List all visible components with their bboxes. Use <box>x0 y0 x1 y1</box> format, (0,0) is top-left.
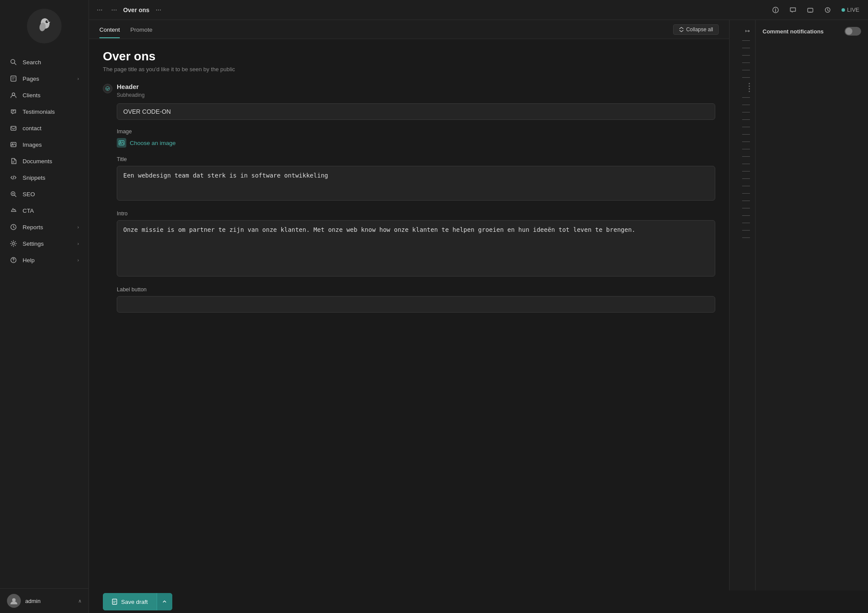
snippets-icon <box>10 174 17 181</box>
dash-line <box>742 105 750 105</box>
logo-bird-icon <box>32 14 56 38</box>
image-field-label: Image <box>117 129 715 135</box>
sidebar-item-contact[interactable]: contact <box>3 120 86 136</box>
topbar: ··· ··· Over ons ··· <box>89 0 868 20</box>
footer-username: admin <box>25 598 74 604</box>
live-label: LIVE <box>847 7 859 13</box>
save-caret-button[interactable] <box>157 593 172 610</box>
comment-notifications-title: Comment notifications <box>763 28 824 35</box>
editor-panel: Content Promote Collapse all Over ons T <box>89 20 729 613</box>
dash-line <box>742 237 750 238</box>
caret-up-icon <box>162 600 167 604</box>
sidebar-item-help[interactable]: Help › <box>3 252 86 268</box>
topbar-page-title: Over ons <box>123 7 150 13</box>
dash-line <box>742 112 750 112</box>
label-button-field-label: Label button <box>117 287 715 293</box>
choose-image-button[interactable]: Choose an image <box>117 138 715 148</box>
topbar-right: LIVE <box>769 3 863 17</box>
section-toggle[interactable] <box>103 84 112 93</box>
topbar-info-button[interactable] <box>769 3 783 17</box>
topbar-back-button[interactable]: ··· <box>94 4 105 16</box>
dash-line <box>742 119 750 120</box>
sidebar-item-label-seo: SEO <box>23 191 79 198</box>
topbar-comment-button[interactable] <box>786 3 800 17</box>
sidebar-item-pages[interactable]: Pages › <box>3 70 86 87</box>
title-input[interactable] <box>117 166 715 201</box>
sidebar-item-reports[interactable]: Reports › <box>3 219 86 235</box>
sidebar-item-seo[interactable]: SEO <box>3 186 86 202</box>
svg-rect-18 <box>808 8 813 12</box>
section-sub-label: Subheading <box>117 92 715 98</box>
comment-header: Comment notifications <box>763 27 861 36</box>
handle-bar[interactable] <box>749 81 750 94</box>
sidebar-item-search[interactable]: Search <box>3 54 86 70</box>
sidebar-item-snippets[interactable]: Snippets <box>3 169 86 186</box>
subheading-input[interactable] <box>117 103 715 120</box>
intro-input[interactable] <box>117 220 715 277</box>
dash-line <box>742 171 750 171</box>
dash-line <box>742 149 750 149</box>
dash-line <box>742 77 750 78</box>
footer-chevron-icon: ∧ <box>78 598 82 604</box>
dash-line <box>742 48 750 48</box>
contact-icon <box>10 124 17 132</box>
sidebar-item-label-contact: contact <box>23 125 79 132</box>
label-button-input[interactable] <box>117 296 715 313</box>
save-draft-button[interactable]: Save draft <box>103 593 157 610</box>
topbar-live-button[interactable]: LIVE <box>838 5 863 15</box>
page-subtitle: The page title as you'd like it to be se… <box>103 66 715 73</box>
sidebar-item-images[interactable]: Images <box>3 136 86 153</box>
topbar-more-button[interactable]: ··· <box>153 4 164 16</box>
dash-line <box>742 223 750 223</box>
sidebar-item-testimonials[interactable]: Testimonials <box>3 103 86 120</box>
svg-rect-8 <box>11 126 16 130</box>
sidebar-footer[interactable]: admin ∧ <box>0 588 89 613</box>
content-area: Content Promote Collapse all Over ons T <box>89 20 868 613</box>
svg-point-4 <box>47 21 48 22</box>
header-section-block: Header Subheading Image <box>103 83 715 313</box>
testimonials-icon <box>10 108 17 115</box>
svg-point-22 <box>120 142 121 143</box>
dash-line <box>742 97 750 98</box>
topbar-device-button[interactable] <box>803 3 817 17</box>
sidebar-item-settings[interactable]: Settings › <box>3 235 86 252</box>
topbar-history-button[interactable] <box>821 3 835 17</box>
sidebar-item-label-cta: CTA <box>23 208 79 214</box>
sidebar-item-label-clients: Clients <box>23 92 79 99</box>
title-field-label: Title <box>117 156 715 162</box>
dash-line <box>742 127 750 127</box>
tab-promote[interactable]: Promote <box>130 21 152 38</box>
comment-icon <box>789 7 796 13</box>
sidebar-item-label-search: Search <box>23 59 79 66</box>
sidebar-item-label-testimonials: Testimonials <box>23 109 79 115</box>
tab-content[interactable]: Content <box>99 21 120 38</box>
label-button-field-group: Label button <box>117 287 715 313</box>
sidebar-item-clients[interactable]: Clients <box>3 87 86 103</box>
topbar-left: ··· ··· Over ons ··· <box>94 4 765 16</box>
title-field-group: Title <box>117 156 715 202</box>
settings-icon <box>10 240 17 247</box>
dash-line <box>742 215 750 216</box>
comment-panel: Comment notifications <box>755 20 868 613</box>
expand-right-icon[interactable]: ↦ <box>745 28 750 34</box>
sidebar-item-label-documents: Documents <box>23 158 79 165</box>
dash-line <box>742 63 750 63</box>
device-icon <box>807 7 814 13</box>
check-circle-icon <box>105 86 110 91</box>
comment-notifications-toggle[interactable] <box>845 27 861 36</box>
topbar-forward-button[interactable]: ··· <box>108 4 119 16</box>
sidebar-item-label-settings: Settings <box>23 241 72 247</box>
clients-icon <box>10 91 17 99</box>
save-draft-label: Save draft <box>121 599 148 605</box>
sidebar-item-label-images: Images <box>23 142 79 148</box>
svg-point-13 <box>13 243 15 245</box>
dash-line <box>742 134 750 135</box>
sidebar-item-cta[interactable]: CTA <box>3 202 86 219</box>
sidebar-item-documents[interactable]: Documents <box>3 153 86 169</box>
pages-icon <box>10 75 17 82</box>
right-panel-header: ↦ <box>735 23 750 37</box>
seo-icon <box>10 190 17 198</box>
help-icon <box>10 256 17 264</box>
page-main-title: Over ons <box>103 49 715 63</box>
collapse-all-button[interactable]: Collapse all <box>673 24 719 35</box>
